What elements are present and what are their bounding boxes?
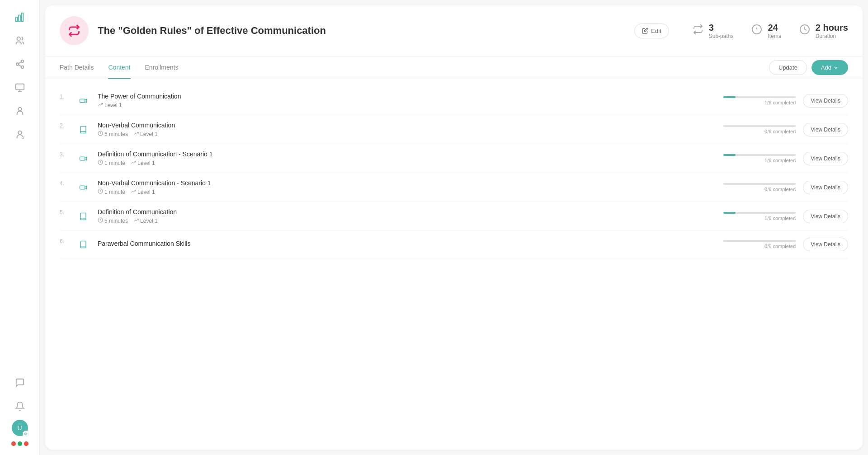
svg-rect-27 <box>80 186 85 189</box>
progress-bar-bg <box>723 125 796 127</box>
meta-icon <box>131 188 136 195</box>
meta-icon <box>98 131 103 137</box>
item-number: 1. <box>60 93 69 100</box>
item-progress: 1/6 completed <box>723 154 796 163</box>
progress-label: 0/6 completed <box>723 129 796 134</box>
view-details-button[interactable]: View Details <box>803 123 848 136</box>
view-details-button[interactable]: View Details <box>803 181 848 194</box>
meta-icon <box>133 131 139 137</box>
item-info: The Power of Communication Level 1 <box>98 93 716 108</box>
svg-line-8 <box>18 62 21 64</box>
path-avatar <box>60 16 89 45</box>
item-info: Definition of Communication - Scenario 1… <box>98 150 716 166</box>
content-list: 1. The Power of Communication Level 1 1/… <box>45 79 863 266</box>
subpaths-number: 3 <box>709 23 734 33</box>
users-icon[interactable] <box>10 31 30 51</box>
item-progress: 0/6 completed <box>723 125 796 134</box>
progress-bar-bg <box>723 212 796 214</box>
progress-bar-fill <box>723 154 736 156</box>
meta-icon <box>98 188 103 195</box>
meta-item: Level 1 <box>98 102 122 108</box>
meta-item: Level 1 <box>133 131 158 137</box>
svg-rect-2 <box>21 13 23 21</box>
item-progress: 1/6 completed <box>723 96 796 105</box>
stat-duration: 2 hours Duration <box>799 23 848 39</box>
meta-icon <box>98 217 103 224</box>
view-details-button[interactable]: View Details <box>803 238 848 251</box>
analytics-icon[interactable] <box>10 7 30 27</box>
tab-content[interactable]: Content <box>108 56 130 79</box>
update-button[interactable]: Update <box>769 60 807 75</box>
progress-bar-fill <box>723 96 736 98</box>
item-number: 3. <box>60 150 69 158</box>
tab-path-details[interactable]: Path Details <box>60 56 94 79</box>
item-meta: 1 minute Level 1 <box>98 159 716 166</box>
courses-icon[interactable] <box>10 78 30 98</box>
user-avatar[interactable]: U ⚙ <box>12 420 28 436</box>
view-details-button[interactable]: View Details <box>803 152 848 165</box>
item-number: 6. <box>60 237 69 244</box>
item-number: 5. <box>60 208 69 216</box>
view-details-button[interactable]: View Details <box>803 94 848 108</box>
meta-icon <box>98 102 103 108</box>
item-info: Definition of Communication 5 minutes Le… <box>98 208 716 224</box>
meta-text: 1 minute <box>104 189 125 195</box>
list-item: 6. Paraverbal Communication Skills 0/6 c… <box>60 231 848 258</box>
svg-rect-0 <box>15 17 17 21</box>
tab-enrollments[interactable]: Enrollments <box>145 56 179 79</box>
chat-icon[interactable] <box>10 373 30 393</box>
meta-text: Level 1 <box>140 218 158 224</box>
meta-text: Level 1 <box>137 160 155 166</box>
item-progress: 1/6 completed <box>723 212 796 221</box>
svg-point-6 <box>21 66 24 69</box>
item-title: Non-Verbal Communication <box>98 122 716 129</box>
meta-item: Level 1 <box>133 217 158 224</box>
svg-marker-25 <box>85 157 87 160</box>
page-header: The "Golden Rules" of Effective Communic… <box>45 5 863 56</box>
item-type-icon <box>76 151 90 166</box>
item-title: The Power of Communication <box>98 93 716 100</box>
subpaths-icon <box>693 24 703 38</box>
progress-label: 1/6 completed <box>723 216 796 221</box>
progress-bar-bg <box>723 240 796 242</box>
progress-bar-bg <box>723 154 796 156</box>
meta-item: 1 minute <box>98 188 125 195</box>
tabs-actions: Update Add <box>769 60 848 75</box>
meta-item: 5 minutes <box>98 217 128 224</box>
svg-point-3 <box>17 37 20 40</box>
sidebar-bottom: U ⚙ <box>9 373 30 448</box>
item-number: 4. <box>60 179 69 187</box>
learners-icon[interactable] <box>10 101 30 121</box>
meta-text: Level 1 <box>104 102 122 108</box>
meta-text: 1 minute <box>104 160 125 166</box>
item-number: 2. <box>60 122 69 129</box>
item-progress: 0/6 completed <box>723 240 796 249</box>
list-item: 5. Definition of Communication 5 minutes… <box>60 202 848 231</box>
item-type-icon <box>76 94 90 108</box>
item-meta: 5 minutes Level 1 <box>98 131 716 137</box>
paths-icon[interactable] <box>10 54 30 74</box>
avatar-badge: ⚙ <box>23 431 29 437</box>
svg-rect-24 <box>80 157 85 160</box>
edit-button[interactable]: Edit <box>634 23 669 38</box>
svg-point-12 <box>18 108 21 111</box>
item-meta: 1 minute Level 1 <box>98 188 716 195</box>
stat-subpaths: 3 Sub-paths <box>693 23 734 39</box>
progress-label: 1/6 completed <box>723 158 796 163</box>
list-item: 2. Non-Verbal Communication 5 minutes Le… <box>60 115 848 144</box>
sidebar: U ⚙ <box>0 0 40 455</box>
meta-item: 5 minutes <box>98 131 128 137</box>
meta-icon <box>131 159 136 166</box>
subpaths-label: Sub-paths <box>709 33 734 39</box>
stats-area: 3 Sub-paths 24 Items <box>693 23 848 39</box>
svg-rect-21 <box>80 99 85 103</box>
list-item: 1. The Power of Communication Level 1 1/… <box>60 86 848 115</box>
manage-users-icon[interactable] <box>10 125 30 145</box>
add-button[interactable]: Add <box>811 60 848 75</box>
progress-label: 0/6 completed <box>723 244 796 249</box>
view-details-button[interactable]: View Details <box>803 210 848 223</box>
meta-icon <box>98 159 103 166</box>
svg-marker-22 <box>85 99 87 103</box>
item-meta: Level 1 <box>98 102 716 108</box>
notifications-icon[interactable] <box>10 396 30 416</box>
